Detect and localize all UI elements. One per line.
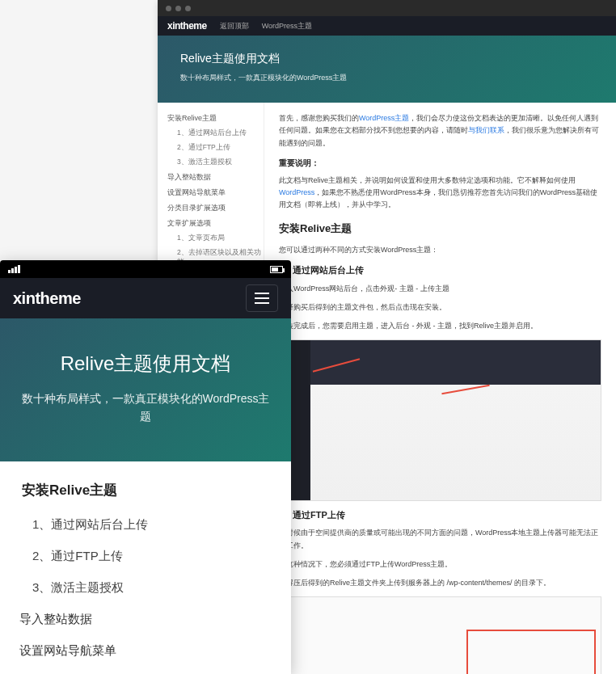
hamburger-menu-button[interactable]	[246, 284, 278, 312]
sidebar-item[interactable]: 导入整站数据	[167, 170, 264, 185]
brand-logo[interactable]: xintheme	[167, 20, 207, 32]
sidebar-subitem[interactable]: 1、通过网站后台上传	[167, 126, 264, 141]
signal-icon	[8, 265, 20, 273]
mobile-nav: xintheme	[0, 278, 291, 318]
page-title: Relive主题使用文档	[19, 351, 272, 377]
nav-link-top[interactable]: 返回顶部	[220, 21, 249, 32]
battery-icon	[270, 266, 283, 273]
mobile-statusbar	[0, 260, 291, 278]
sidebar-item[interactable]: 安装Relive主题	[167, 111, 264, 126]
method2-para: 在这种情况下，您必须通过FTP上传WordPress主题。	[279, 558, 601, 571]
window-dot[interactable]	[185, 6, 191, 11]
section-heading-install: 安装Relive主题	[279, 220, 601, 238]
sidebar-item[interactable]: 文章扩展选项	[167, 216, 264, 231]
mobile-window: xintheme Relive主题使用文档 数十种布局样式，一款真正模块化的Wo…	[0, 260, 291, 674]
method2-para: 有时候由于空间提供商的质量或可能出现的不同方面的问题，WordPress本地主题…	[279, 527, 601, 552]
link-wordpress[interactable]: WordPress	[279, 188, 314, 196]
toc-item[interactable]: 1、通过网站后台上传	[19, 509, 272, 541]
sidebar-subitem[interactable]: 1、文章页布局	[167, 231, 264, 246]
method2-heading: 2、通过FTP上传	[279, 508, 601, 523]
method1-step: 安装完成后，您需要启用主题，进入后台 - 外观 - 主题，找到Relive主题并…	[279, 320, 601, 332]
main-content: 首先，感谢您购买我们的WordPress主题，我们会尽力使这份文档表达的更加清晰…	[264, 103, 616, 674]
window-titlebar	[158, 0, 616, 16]
install-intro: 您可以通过两种不同的方式安装WordPress主题：	[279, 244, 601, 256]
top-nav: xintheme 返回顶部 WordPress主题	[158, 16, 616, 36]
link-wptheme[interactable]: WordPress主题	[359, 114, 409, 122]
screenshot-ftp	[279, 596, 601, 674]
toc-top-item[interactable]: 分类目录扩展选项	[19, 667, 272, 674]
note-paragraph: 此文档与Relive主题相关，并说明如何设置和使用大多数特定选项和功能。它不解释…	[279, 175, 601, 212]
hero-banner: Relive主题使用文档 数十种布局样式，一款真正模块化的WordPress主题	[158, 36, 616, 103]
nav-link-wptheme[interactable]: WordPress主题	[262, 21, 312, 32]
toc-top-item[interactable]: 设置网站导航菜单	[19, 635, 272, 667]
mobile-toc: 安装Relive主题 1、通过网站后台上传 2、通过FTP上传 3、激活主题授权…	[0, 461, 291, 674]
screenshot-admin-upload	[279, 339, 601, 501]
toc-heading[interactable]: 安装Relive主题	[19, 481, 272, 509]
mobile-hero: Relive主题使用文档 数十种布局样式，一款真正模块化的WordPress主题	[0, 318, 291, 461]
toc-item[interactable]: 3、激活主题授权	[19, 572, 272, 604]
page-title: Relive主题使用文档	[180, 52, 593, 66]
toc-top-item[interactable]: 导入整站数据	[19, 604, 272, 635]
sidebar-item[interactable]: 分类目录扩展选项	[167, 200, 264, 216]
link-contact[interactable]: 与我们联系	[468, 126, 504, 134]
method1-heading: 1、通过网站后台上传	[279, 263, 601, 278]
sidebar-item[interactable]: 设置网站导航菜单	[167, 185, 264, 200]
method1-step: 进入WordPress网站后台，点击外观- 主题 - 上传主题	[279, 283, 601, 295]
window-dot[interactable]	[175, 6, 181, 11]
method1-step: 选择购买后得到的主题文件包，然后点击现在安装。	[279, 301, 601, 314]
toc-item[interactable]: 2、通过FTP上传	[19, 541, 272, 572]
intro-paragraph: 首先，感谢您购买我们的WordPress主题，我们会尽力使这份文档表达的更加清晰…	[279, 112, 601, 150]
method2-para: 将解压后得到的Relive主题文件夹上传到服务器上的 /wp-content/t…	[279, 577, 601, 589]
sidebar-subitem[interactable]: 3、激活主题授权	[167, 155, 264, 170]
page-subtitle: 数十种布局样式，一款真正模块化的WordPress主题	[180, 73, 593, 83]
sidebar-subitem[interactable]: 2、通过FTP上传	[167, 141, 264, 155]
note-label: 重要说明：	[279, 156, 601, 170]
brand-logo[interactable]: xintheme	[13, 289, 81, 308]
page-subtitle: 数十种布局样式，一款真正模块化的WordPress主题	[19, 390, 272, 426]
window-dot[interactable]	[166, 6, 171, 11]
